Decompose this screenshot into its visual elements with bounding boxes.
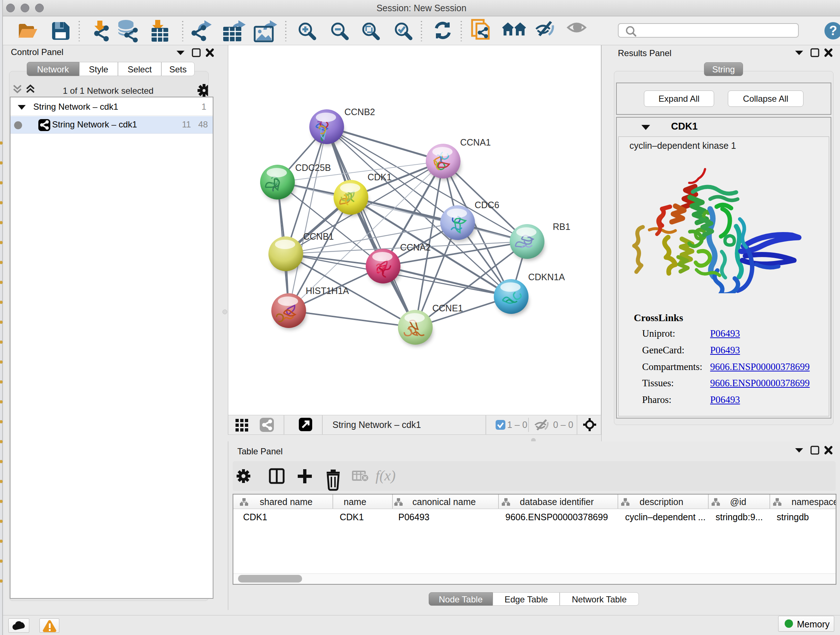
svg-text:CCNA2: CCNA2 bbox=[400, 242, 431, 252]
svg-text:P06493: P06493 bbox=[398, 512, 429, 522]
svg-text:1 – 0: 1 – 0 bbox=[507, 420, 527, 430]
svg-text:CCNE1: CCNE1 bbox=[432, 303, 463, 313]
svg-text:CDK1: CDK1 bbox=[368, 172, 392, 182]
svg-text:HIST1H1A: HIST1H1A bbox=[306, 286, 349, 296]
svg-text:description: description bbox=[639, 497, 684, 507]
svg-text:name: name bbox=[344, 497, 366, 507]
svg-text:cyclin–dependent ...: cyclin–dependent ... bbox=[625, 512, 706, 522]
svg-text:9606.ENSP00000378699: 9606.ENSP00000378699 bbox=[505, 512, 608, 522]
svg-text:CDKN1A: CDKN1A bbox=[528, 272, 565, 282]
svg-text:f(x): f(x) bbox=[376, 467, 396, 484]
svg-text:stringdb: stringdb bbox=[777, 512, 809, 522]
svg-text:RB1: RB1 bbox=[553, 222, 570, 232]
svg-text:CDK1: CDK1 bbox=[243, 512, 267, 522]
svg-text:0 – 0: 0 – 0 bbox=[553, 420, 573, 430]
svg-text:database identifier: database identifier bbox=[520, 497, 594, 507]
svg-text:canonical name: canonical name bbox=[412, 497, 476, 507]
svg-text:CCNB2: CCNB2 bbox=[344, 107, 375, 117]
svg-text:CDK1: CDK1 bbox=[340, 512, 364, 522]
svg-text:namespace: namespace bbox=[791, 497, 836, 507]
svg-text:stringdb:9...: stringdb:9... bbox=[715, 512, 763, 522]
svg-text:?: ? bbox=[829, 23, 837, 38]
svg-text:CCNB1: CCNB1 bbox=[303, 231, 334, 241]
svg-text:@id: @id bbox=[730, 497, 746, 507]
svg-text:CDC25B: CDC25B bbox=[295, 163, 331, 173]
svg-text:CCNA1: CCNA1 bbox=[460, 137, 491, 147]
svg-text:String Network – cdk1: String Network – cdk1 bbox=[332, 420, 421, 430]
svg-text:CDC6: CDC6 bbox=[475, 200, 499, 210]
svg-text:shared name: shared name bbox=[260, 497, 313, 507]
